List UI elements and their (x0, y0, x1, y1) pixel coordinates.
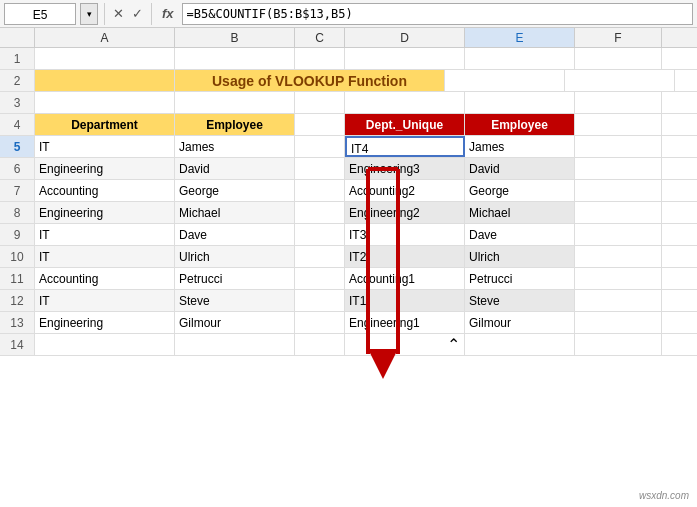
cell-d9[interactable] (295, 224, 345, 245)
cell-b4-dept-header[interactable]: Department (35, 114, 175, 135)
col-header-e[interactable]: E (465, 28, 575, 47)
cell-c4-emp-header[interactable]: Employee (175, 114, 295, 135)
col-header-b[interactable]: B (175, 28, 295, 47)
cell-e3[interactable] (465, 92, 575, 113)
cell-d4[interactable] (295, 114, 345, 135)
cell-g8[interactable] (575, 202, 662, 223)
cell-c14[interactable] (175, 334, 295, 355)
cell-c11[interactable]: Petrucci (175, 268, 295, 289)
cell-g4[interactable] (575, 114, 662, 135)
row-num-7: 7 (0, 180, 35, 201)
cell-c8[interactable]: Michael (175, 202, 295, 223)
cell-d14[interactable] (295, 334, 345, 355)
cell-g10[interactable] (575, 246, 662, 267)
cell-d5[interactable] (295, 136, 345, 157)
cell-g14[interactable] (575, 334, 662, 355)
cell-f14[interactable] (465, 334, 575, 355)
cell-f3[interactable] (575, 92, 662, 113)
cancel-icon[interactable]: ✕ (111, 6, 126, 21)
name-box[interactable]: E5 (4, 3, 76, 25)
cell-c1[interactable] (295, 48, 345, 69)
cell-c5[interactable]: James (175, 136, 295, 157)
cell-c7[interactable]: George (175, 180, 295, 201)
cell-e6[interactable]: Engineering3 (345, 158, 465, 179)
cell-e14[interactable]: ⌃ (345, 334, 465, 355)
cell-d12[interactable] (295, 290, 345, 311)
cell-a3[interactable] (35, 92, 175, 113)
cell-f9[interactable]: Dave (465, 224, 575, 245)
cell-f1[interactable] (575, 48, 662, 69)
cell-f7[interactable]: George (465, 180, 575, 201)
cell-c9[interactable]: Dave (175, 224, 295, 245)
cell-e1[interactable] (465, 48, 575, 69)
cell-c3[interactable] (295, 92, 345, 113)
name-box-dropdown[interactable]: ▾ (80, 3, 98, 25)
cell-g11[interactable] (575, 268, 662, 289)
cell-f12[interactable]: Steve (465, 290, 575, 311)
cell-d1[interactable] (345, 48, 465, 69)
cell-f4-emp-header[interactable]: Employee (465, 114, 575, 135)
cell-b1[interactable] (175, 48, 295, 69)
cell-b3[interactable] (175, 92, 295, 113)
cell-f10[interactable]: Ulrich (465, 246, 575, 267)
cell-e5[interactable]: IT4 (345, 136, 465, 157)
confirm-icon[interactable]: ✓ (130, 6, 145, 21)
cell-e2[interactable] (565, 70, 675, 91)
cell-f8[interactable]: Michael (465, 202, 575, 223)
cell-c10[interactable]: Ulrich (175, 246, 295, 267)
cell-d10[interactable] (295, 246, 345, 267)
cell-c6[interactable]: David (175, 158, 295, 179)
cell-d11[interactable] (295, 268, 345, 289)
cell-b9[interactable]: IT (35, 224, 175, 245)
cell-d2[interactable] (445, 70, 565, 91)
fx-icon: fx (158, 6, 178, 21)
cell-e13[interactable]: Engineering1 (345, 312, 465, 333)
cell-f6[interactable]: David (465, 158, 575, 179)
row-num-12: 12 (0, 290, 35, 311)
cell-g7[interactable] (575, 180, 662, 201)
row-num-2: 2 (0, 70, 35, 91)
cell-f13[interactable]: Gilmour (465, 312, 575, 333)
cell-e4-deptuniq-header[interactable]: Dept._Unique (345, 114, 465, 135)
cell-g9[interactable] (575, 224, 662, 245)
row-num-13: 13 (0, 312, 35, 333)
cell-b13[interactable]: Engineering (35, 312, 175, 333)
col-header-d[interactable]: D (345, 28, 465, 47)
cell-d8[interactable] (295, 202, 345, 223)
cell-d7[interactable] (295, 180, 345, 201)
cell-d6[interactable] (295, 158, 345, 179)
cell-b5[interactable]: IT (35, 136, 175, 157)
cell-f5[interactable]: James (465, 136, 575, 157)
cell-g13[interactable] (575, 312, 662, 333)
cell-c12[interactable]: Steve (175, 290, 295, 311)
cell-c13[interactable]: Gilmour (175, 312, 295, 333)
cell-a1[interactable] (35, 48, 175, 69)
cell-b12[interactable]: IT (35, 290, 175, 311)
cell-e9[interactable]: IT3 (345, 224, 465, 245)
cell-g6[interactable] (575, 158, 662, 179)
cell-g5[interactable] (575, 136, 662, 157)
cell-e8[interactable]: Engineering2 (345, 202, 465, 223)
cell-a2[interactable] (35, 70, 175, 91)
cell-e7[interactable]: Accounting2 (345, 180, 465, 201)
cell-b11[interactable]: Accounting (35, 268, 175, 289)
col-header-a[interactable]: A (35, 28, 175, 47)
cell-b6[interactable]: Engineering (35, 158, 175, 179)
cell-d13[interactable] (295, 312, 345, 333)
formula-input[interactable] (182, 3, 693, 25)
cell-b8[interactable]: Engineering (35, 202, 175, 223)
cell-e12[interactable]: IT1 (345, 290, 465, 311)
cell-f2[interactable] (675, 70, 697, 91)
col-header-f[interactable]: F (575, 28, 662, 47)
cell-g12[interactable] (575, 290, 662, 311)
cell-b14[interactable] (35, 334, 175, 355)
cell-f11[interactable]: Petrucci (465, 268, 575, 289)
cell-e11[interactable]: Accounting1 (345, 268, 465, 289)
row-num-3: 3 (0, 92, 35, 113)
cell-d3[interactable] (345, 92, 465, 113)
cell-e10[interactable]: IT2 (345, 246, 465, 267)
cell-b10[interactable]: IT (35, 246, 175, 267)
col-header-c[interactable]: C (295, 28, 345, 47)
cell-b2-title[interactable]: Usage of VLOOKUP Function (175, 70, 445, 91)
cell-b7[interactable]: Accounting (35, 180, 175, 201)
